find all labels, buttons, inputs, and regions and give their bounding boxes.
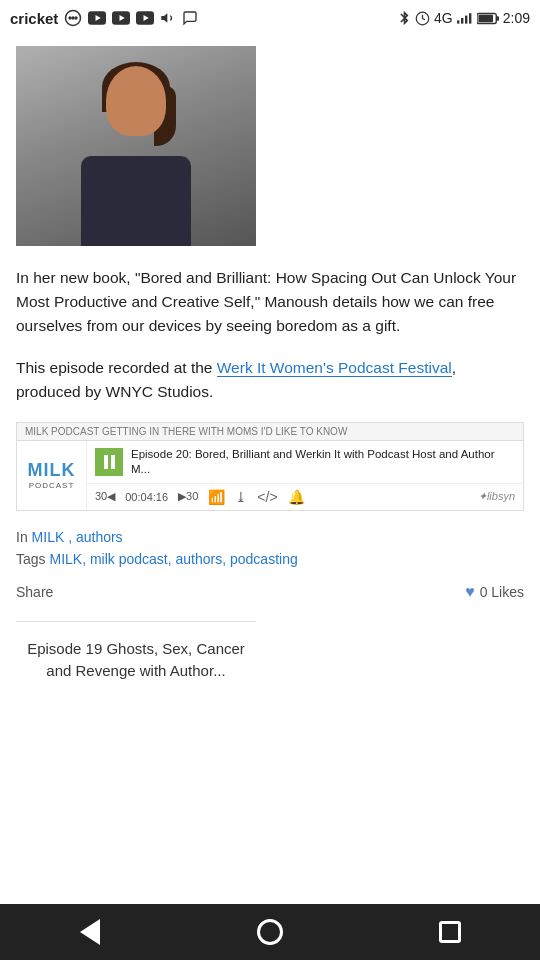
status-left: cricket — [10, 9, 198, 27]
bottom-nav-bar — [0, 904, 540, 960]
skip-forward-button[interactable]: ▶30 — [178, 490, 198, 503]
heart-icon[interactable]: ♥ — [465, 583, 475, 601]
likes-section: ♥ 0 Likes — [465, 583, 524, 601]
embed-icon[interactable]: </> — [257, 489, 277, 505]
section-divider — [16, 621, 256, 622]
person-head — [106, 66, 166, 136]
svg-rect-17 — [496, 16, 499, 21]
in-categories[interactable]: MILK , authors — [32, 529, 123, 545]
pause-bar-2 — [111, 455, 115, 469]
volume-icon — [160, 10, 176, 26]
skip-back-button[interactable]: 30◀ — [95, 490, 115, 503]
wifi-icon: 📶 — [208, 489, 225, 505]
player-right: Episode 20: Bored, Brilliant and Werkin … — [87, 441, 523, 510]
time-elapsed: 00:04:16 — [125, 491, 168, 503]
svg-rect-18 — [478, 14, 493, 21]
youtube1-icon — [88, 11, 106, 25]
recording-text-before: This episode recorded at the — [16, 359, 217, 376]
home-button[interactable] — [250, 912, 290, 952]
share-button[interactable]: Share — [16, 584, 53, 600]
youtube2-icon — [112, 11, 130, 25]
main-content: In her new book, "Bored and Brilliant: H… — [0, 36, 540, 699]
werk-it-festival-link[interactable]: Werk It Women's Podcast Festival — [217, 359, 452, 377]
description-paragraph: In her new book, "Bored and Brilliant: H… — [16, 266, 524, 338]
svg-rect-13 — [461, 18, 463, 24]
recent-apps-button[interactable] — [430, 912, 470, 952]
share-row: Share ♥ 0 Likes — [16, 583, 524, 601]
svg-rect-15 — [469, 13, 471, 23]
carrier-label: cricket — [10, 10, 58, 27]
meta-tags: Tags MILK, milk podcast, authors, podcas… — [16, 551, 524, 567]
meta-in: In MILK , authors — [16, 529, 524, 545]
podcast-sub-label: PODCAST — [29, 481, 75, 490]
svg-point-2 — [72, 17, 74, 19]
player-controls-row: Episode 20: Bored, Brilliant and Werkin … — [87, 441, 523, 484]
player-logo: MILK PODCAST — [17, 441, 87, 510]
bluetooth-icon — [398, 10, 411, 26]
recent-icon — [439, 921, 461, 943]
svg-rect-12 — [457, 20, 459, 23]
likes-count: 0 Likes — [480, 584, 524, 600]
svg-point-3 — [75, 17, 77, 19]
svg-point-1 — [69, 17, 71, 19]
tags-list[interactable]: MILK, milk podcast, authors, podcasting — [49, 551, 297, 567]
person-body — [81, 156, 191, 246]
battery-icon — [477, 12, 499, 25]
hero-image — [16, 46, 256, 246]
svg-marker-10 — [162, 13, 168, 22]
play-pause-button[interactable] — [95, 448, 123, 476]
status-right: 4G 2:09 — [398, 10, 530, 26]
home-icon — [257, 919, 283, 945]
time-display: 2:09 — [503, 10, 530, 26]
libsyn-logo: ✦libsyn — [478, 490, 515, 503]
signal-icon — [457, 11, 473, 25]
download-icon[interactable]: ⤓ — [235, 489, 247, 505]
svg-rect-14 — [465, 16, 467, 24]
episode-title: Episode 20: Bored, Brilliant and Werkin … — [131, 447, 515, 477]
player-top-bar: MILK PODCAST GETTING IN THERE WITH MOMS … — [17, 423, 523, 441]
podcast-player: MILK PODCAST GETTING IN THERE WITH MOMS … — [16, 422, 524, 511]
status-bar: cricket 4G 2:09 — [0, 0, 540, 36]
back-button[interactable] — [70, 912, 110, 952]
next-episode-preview[interactable]: Episode 19 Ghosts, Sex, Cancer and Reven… — [16, 638, 256, 683]
youtube3-icon — [136, 11, 154, 25]
back-icon — [80, 919, 100, 945]
in-label: In — [16, 529, 28, 545]
tags-label: Tags — [16, 551, 46, 567]
pause-icon — [104, 455, 115, 469]
share-icon[interactable]: 🔔 — [288, 489, 305, 505]
recording-paragraph: This episode recorded at the Werk It Wom… — [16, 356, 524, 404]
pause-bar-1 — [104, 455, 108, 469]
milk-logo-text: MILK — [28, 461, 76, 479]
network-4g: 4G — [434, 10, 453, 26]
chat-icon — [182, 10, 198, 26]
clock-icon — [415, 11, 430, 26]
player-bottom-row: 30◀ 00:04:16 ▶30 📶 ⤓ </> 🔔 ✦libsyn — [87, 484, 523, 510]
player-main: MILK PODCAST Episode 20: Bored, Brillian… — [17, 441, 523, 510]
bubble-dots-icon — [64, 9, 82, 27]
